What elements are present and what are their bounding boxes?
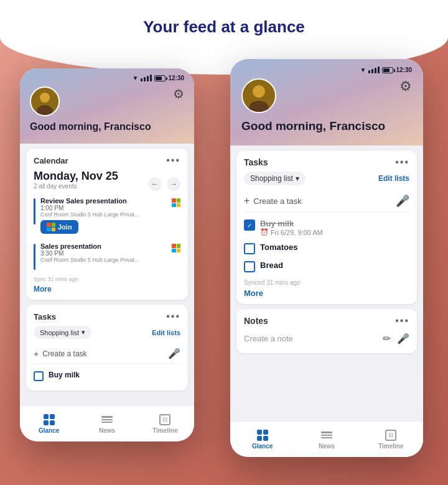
notes-create-row: Create a note ✏ 🎤 [244, 330, 409, 347]
wifi-icon: ▼ [133, 75, 139, 81]
nav-timeline-left[interactable]: ⊟ Timeline [136, 414, 194, 434]
calendar-date-row: Monday, Nov 25 2 all day events ← → [34, 170, 180, 190]
create-task-label-right[interactable]: Create a task [253, 196, 301, 206]
cal-prev-btn[interactable]: ← [148, 177, 162, 191]
mic-icon-right[interactable]: 🎤 [396, 194, 409, 208]
cal-next-btn[interactable]: → [167, 177, 180, 191]
task-due-1: ⏰ Fri 6/29, 9:00 AM [260, 228, 323, 236]
glance-icon-right [257, 430, 268, 441]
edit-lists-left[interactable]: Edit lists [152, 329, 180, 336]
event-item-1: Review Sales presentation 1:00 PM Conf R… [34, 195, 180, 236]
plus-icon-right: + [244, 195, 250, 206]
nav-timeline-right[interactable]: ⊟ Timeline [359, 430, 423, 450]
calendar-more-btn[interactable]: ••• [166, 155, 180, 166]
event-loc-2: Conf Room Studio 5 Hub Large Privat... [40, 257, 167, 263]
create-task-label-left[interactable]: Create a task [42, 349, 86, 358]
notes-icons: ✏ 🎤 [383, 333, 409, 344]
task-preview-left: Buy milk [34, 367, 180, 384]
notes-card: Notes ••• Create a note ✏ 🎤 [236, 309, 417, 353]
event-time-1: 1:00 PM [40, 205, 167, 211]
ms-icon-event2 [172, 244, 180, 252]
tasks-more-btn-left[interactable]: ••• [166, 311, 180, 322]
mic-icon-left[interactable]: 🎤 [168, 348, 180, 359]
calendar-title: Calendar [34, 156, 68, 165]
checkbox-2[interactable] [244, 243, 255, 254]
signal-icon [141, 75, 152, 81]
dropdown-arrow-right: ▾ [296, 174, 299, 183]
plus-icon-left: + [34, 349, 39, 359]
event-title-2: Sales presentation [40, 242, 167, 250]
time-right: 12:30 [396, 67, 412, 73]
pencil-icon[interactable]: ✏ [383, 333, 391, 344]
event-loc-1: Conf Room Studio 5 Hub Large Privat... [40, 211, 167, 218]
notes-more-btn[interactable]: ••• [395, 315, 409, 326]
nav-timeline-label-right: Timeline [378, 443, 403, 450]
tasks-more-btn-right[interactable]: ••• [395, 157, 409, 168]
shopping-list-pill-left[interactable]: Shopping list ▾ [34, 326, 91, 339]
news-icon-left [101, 414, 113, 425]
notes-create-label[interactable]: Create a note [244, 334, 293, 343]
nav-glance-left[interactable]: Glance [20, 414, 78, 434]
battery-icon-right [382, 67, 393, 73]
glance-icon-left [44, 414, 55, 425]
avatar-svg-right [243, 80, 275, 112]
phone-right-body: Tasks ••• Shopping list ▾ Edit lists + C… [230, 146, 423, 422]
nav-glance-label-left: Glance [39, 427, 59, 434]
svg-point-1 [40, 93, 50, 103]
task-text-1: Buy milk [260, 219, 323, 228]
event-bar-1 [34, 198, 35, 224]
signal-icon-right [368, 67, 380, 73]
avatar-face [31, 88, 58, 115]
event-time-2: 3:30 PM [40, 250, 167, 257]
greeting-right: Good morning, Francisco [241, 119, 412, 133]
task-due-text-1: Fri 6/29, 9:00 AM [271, 229, 323, 236]
time-left: 12:30 [168, 75, 184, 81]
phone-left-header: ▼ 12:30 [20, 68, 194, 144]
timeline-icon-right: ⊟ [385, 430, 396, 441]
tasks-more-link-right[interactable]: More [244, 289, 409, 298]
status-bar-right: ▼ 12:30 [241, 67, 412, 73]
list-name-right: Shopping list [250, 174, 293, 183]
greeting-left: Good morning, Francisco [30, 121, 184, 132]
event-content-1: Review Sales presentation 1:00 PM Conf R… [40, 197, 167, 234]
create-task-left: + Create a task [34, 349, 87, 359]
tasks-title-right: Tasks [244, 157, 268, 167]
gear-icon-right[interactable]: ⚙ [399, 78, 412, 95]
mic-icon-notes[interactable]: 🎤 [397, 333, 409, 344]
task-text-preview: Buy milk [49, 371, 80, 379]
notes-header: Notes ••• [244, 315, 409, 326]
nav-news-right[interactable]: News [294, 430, 358, 450]
gear-icon-left[interactable]: ⚙ [173, 86, 184, 101]
shopping-list-pill-right[interactable]: Shopping list ▾ [244, 172, 306, 185]
nav-glance-right[interactable]: Glance [230, 430, 294, 450]
phone-left: ▼ 12:30 [20, 68, 194, 441]
create-task-row-left: + Create a task 🎤 [34, 344, 180, 364]
checkbox-3[interactable] [244, 261, 255, 272]
join-label: Join [58, 223, 72, 231]
page-title: Your feed at a glance [0, 17, 448, 37]
tasks-header-right: Tasks ••• [244, 157, 409, 168]
event-bar-2 [34, 244, 35, 270]
svg-point-4 [253, 85, 265, 98]
nav-news-left[interactable]: News [78, 414, 136, 434]
join-button[interactable]: Join [40, 220, 78, 234]
edit-lists-right[interactable]: Edit lists [378, 174, 409, 183]
checkbox-1[interactable] [244, 219, 255, 231]
bottom-nav-left: Glance News ⊟ Timeline [20, 405, 194, 441]
avatar-left [30, 86, 60, 116]
alarm-icon: ⏰ [260, 228, 269, 236]
tasks-row-left: Shopping list ▾ Edit lists [34, 326, 180, 339]
timeline-icon-left: ⊟ [159, 414, 170, 425]
news-icon-right [321, 430, 332, 441]
nav-news-label-left: News [99, 427, 115, 434]
checkbox-preview[interactable] [34, 371, 44, 381]
phone-left-body: Calendar ••• Monday, Nov 25 2 all day ev… [20, 144, 194, 411]
tasks-sync-right: Synced 31 mins ago [244, 279, 409, 286]
nav-timeline-label-left: Timeline [152, 427, 177, 434]
tasks-row-right: Shopping list ▾ Edit lists [244, 172, 409, 185]
calendar-card: Calendar ••• Monday, Nov 25 2 all day ev… [26, 149, 188, 300]
notes-title: Notes [244, 316, 268, 326]
nav-glance-label-right: Glance [252, 443, 273, 450]
cal-more-link[interactable]: More [34, 285, 180, 293]
task-item-3: Bread [244, 257, 409, 275]
